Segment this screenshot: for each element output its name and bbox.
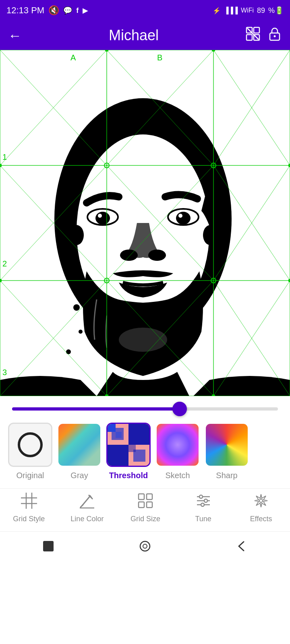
nav-back-button[interactable] — [235, 539, 249, 556]
grid-col-label-b: B — [157, 53, 162, 62]
svg-point-56 — [0, 279, 2, 282]
line-color-icon — [79, 493, 95, 512]
svg-point-11 — [203, 225, 218, 245]
youtube-icon: ▶ — [83, 6, 88, 15]
svg-rect-2 — [246, 35, 252, 40]
back-button[interactable]: ← — [8, 28, 22, 43]
nav-square-button[interactable] — [41, 539, 55, 556]
filter-row: Original Gray — [8, 423, 282, 480]
status-bar: 12:13 PM 🔇 💬 f ▶ ⚡ ▐▐▐ WiFi 89 %🔋 — [0, 0, 290, 21]
grid-col-label-a: A — [70, 53, 76, 62]
portrait-image — [0, 50, 290, 396]
svg-point-60 — [212, 394, 215, 396]
filter-section: Original Gray — [0, 419, 290, 488]
grid-style-icon — [21, 493, 37, 512]
effects-icon — [253, 493, 269, 512]
filter-item-original[interactable]: Original — [8, 423, 52, 480]
filter-item-sharp[interactable]: Sharp — [205, 423, 249, 480]
slider-fill — [12, 407, 180, 411]
toolbar-row: Grid Style Line Color — [0, 493, 290, 523]
header-actions — [246, 27, 282, 44]
nav-home-button[interactable] — [138, 539, 152, 556]
filter-label-threshold: Threshold — [109, 471, 148, 480]
canvas-area[interactable]: A B 1 2 3 — [0, 50, 290, 396]
message-icon: 💬 — [63, 6, 72, 15]
svg-point-6 — [274, 35, 276, 37]
nav-bar — [0, 531, 290, 564]
filter-label-original: Original — [17, 471, 44, 480]
toolbar-item-tune[interactable]: Tune — [187, 493, 220, 523]
filter-thumb-threshold — [106, 423, 151, 467]
filter-thumb-sharp — [205, 423, 249, 467]
toolbar-item-effects[interactable]: Effects — [245, 493, 277, 523]
tune-icon — [195, 493, 211, 512]
svg-rect-66 — [128, 424, 149, 445]
svg-point-61 — [288, 164, 290, 167]
svg-point-90 — [143, 544, 147, 548]
grid-size-icon — [137, 493, 153, 512]
svg-rect-80 — [147, 502, 152, 508]
svg-point-63 — [19, 433, 41, 456]
svg-point-16 — [176, 212, 191, 225]
svg-rect-65 — [108, 445, 128, 466]
filter-label-gray: Gray — [70, 471, 88, 480]
page-title: Michael — [109, 27, 159, 44]
toolbar-label-tune: Tune — [195, 515, 211, 523]
svg-rect-1 — [254, 27, 259, 33]
slider-thumb[interactable] — [172, 402, 187, 416]
svg-point-87 — [259, 499, 263, 502]
svg-point-86 — [201, 503, 204, 506]
svg-point-62 — [288, 279, 290, 282]
slider-section — [0, 396, 290, 419]
status-right: ⚡ ▐▐▐ WiFi 89 %🔋 — [213, 6, 284, 15]
lock-icon[interactable] — [267, 27, 282, 44]
svg-point-89 — [140, 541, 150, 551]
svg-point-17 — [178, 214, 182, 218]
svg-line-4 — [247, 28, 259, 39]
portrait-container: A B 1 2 3 — [0, 50, 290, 396]
bottom-toolbar: Grid Style Line Color — [0, 488, 290, 531]
grid-row-label-3: 3 — [2, 368, 7, 377]
toolbar-label-grid-style: Grid Style — [13, 515, 45, 523]
toolbar-label-grid-size: Grid Size — [130, 515, 160, 523]
svg-point-22 — [79, 330, 83, 334]
filter-label-sharp: Sharp — [216, 471, 237, 480]
svg-rect-88 — [43, 541, 54, 551]
svg-point-18 — [120, 250, 138, 261]
filter-label-sketch: Sketch — [165, 471, 190, 480]
svg-point-21 — [73, 304, 80, 311]
svg-point-13 — [95, 212, 110, 225]
wifi-icon: WiFi — [241, 7, 254, 14]
filter-item-sketch[interactable]: Sketch — [155, 423, 200, 480]
bluetooth-icon: ⚡ — [213, 7, 221, 14]
svg-point-20 — [119, 328, 167, 352]
svg-point-58 — [212, 50, 215, 52]
svg-point-59 — [105, 394, 108, 396]
toolbar-item-grid-style[interactable]: Grid Style — [13, 493, 45, 523]
svg-rect-69 — [108, 424, 116, 432]
battery-percent: 89 — [257, 6, 265, 15]
signal-icon: ▐▐▐ — [224, 7, 238, 14]
svg-point-23 — [66, 349, 71, 354]
slider-track[interactable] — [12, 407, 278, 411]
status-left: 12:13 PM 🔇 💬 f ▶ — [6, 5, 88, 16]
toolbar-item-line-color[interactable]: Line Color — [70, 493, 104, 523]
filter-item-gray[interactable]: Gray — [57, 423, 102, 480]
grid-row-label-1: 1 — [2, 153, 7, 162]
svg-point-19 — [148, 250, 166, 261]
toolbar-label-line-color: Line Color — [70, 515, 104, 523]
filter-thumb-gray — [57, 423, 102, 467]
svg-point-57 — [105, 50, 108, 52]
svg-rect-71 — [128, 445, 136, 452]
mute-icon: 🔇 — [48, 5, 59, 16]
filter-item-threshold[interactable]: Threshold — [106, 423, 151, 480]
svg-point-55 — [0, 164, 2, 167]
svg-rect-78 — [147, 494, 152, 500]
svg-rect-77 — [139, 494, 144, 500]
time-display: 12:13 PM — [6, 5, 44, 16]
toolbar-item-grid-size[interactable]: Grid Size — [129, 493, 162, 523]
svg-point-82 — [199, 495, 203, 498]
header: ← Michael — [0, 21, 290, 50]
toolbar-label-effects: Effects — [250, 515, 272, 523]
grid-toggle-icon[interactable] — [246, 27, 260, 44]
